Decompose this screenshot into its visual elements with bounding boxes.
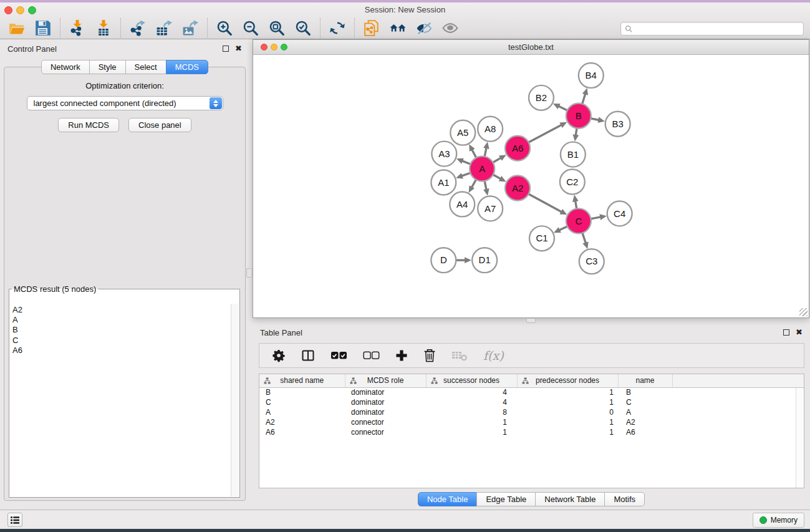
new-network-from-selection-button[interactable] — [362, 19, 382, 37]
cell-predecessor-nodes[interactable]: 1 — [517, 387, 618, 397]
cell-shared-name[interactable]: B — [259, 387, 345, 397]
result-item[interactable]: C — [12, 336, 239, 346]
function-builder-button[interactable]: f(x) — [483, 349, 504, 362]
column-view-button[interactable] — [301, 349, 315, 362]
cell-MCDS-role[interactable]: dominator — [345, 407, 426, 417]
cell-MCDS-role[interactable]: dominator — [345, 397, 426, 407]
table-row[interactable]: Cdominator41C — [259, 397, 804, 407]
column-header-name[interactable]: name — [618, 374, 672, 387]
cell-successor-nodes[interactable]: 8 — [426, 407, 517, 417]
table-scrollbar[interactable] — [796, 388, 804, 488]
show-panels-button[interactable] — [7, 513, 22, 527]
edge-A-A6[interactable] — [493, 158, 501, 162]
zoom-selected-button[interactable] — [293, 19, 313, 37]
result-item[interactable]: B — [12, 325, 239, 335]
import-table-button[interactable] — [94, 19, 113, 37]
delete-table-button[interactable] — [451, 350, 468, 361]
edge-A-A4[interactable] — [471, 180, 476, 187]
result-item[interactable]: A2 — [12, 305, 239, 315]
result-item[interactable]: A — [12, 315, 239, 325]
zoom-fit-button[interactable] — [267, 19, 287, 37]
table-row[interactable]: Adominator80A — [259, 407, 804, 417]
open-session-button[interactable] — [7, 19, 27, 37]
save-session-button[interactable] — [33, 19, 53, 37]
column-header-successor-nodes[interactable]: successor nodes — [426, 374, 517, 387]
close-panel-button[interactable]: Close panel — [128, 118, 191, 132]
cell-predecessor-nodes[interactable]: 1 — [517, 427, 618, 437]
tab-network-table[interactable]: Network Table — [535, 492, 605, 506]
network-graph[interactable]: AA1A3A5A8A6A2A4A7BB2B4B3B1C2CC4C1C3DD1 — [253, 56, 809, 317]
horizontal-splitter-grip[interactable] — [526, 318, 536, 323]
edge-C-C3[interactable] — [582, 233, 586, 243]
cell-name[interactable]: B — [618, 387, 672, 397]
memory-button[interactable]: Memory — [753, 513, 804, 528]
edge-A2-C[interactable] — [529, 194, 562, 212]
zoom-out-button[interactable] — [241, 19, 261, 37]
cell-shared-name[interactable]: A6 — [259, 427, 345, 437]
edge-B-B4[interactable] — [582, 94, 586, 104]
tab-style[interactable]: Style — [89, 60, 126, 74]
cell-predecessor-nodes[interactable]: 1 — [517, 397, 618, 407]
optimization-criterion-dropdown[interactable]: largest connected component (directed) — [27, 96, 223, 110]
cell-predecessor-nodes[interactable]: 0 — [517, 407, 618, 417]
edge-B-B1[interactable] — [576, 128, 577, 136]
float-panel-icon[interactable] — [223, 46, 229, 52]
cell-name[interactable]: C — [618, 397, 672, 407]
edge-B-B3[interactable] — [591, 118, 599, 120]
search-input[interactable] — [635, 24, 801, 33]
tab-select[interactable]: Select — [125, 60, 166, 74]
export-network-button[interactable] — [128, 19, 148, 37]
edge-A6-B[interactable] — [529, 125, 562, 142]
cell-shared-name[interactable]: A — [259, 407, 345, 417]
edge-A-A2[interactable] — [493, 175, 501, 179]
edge-B-B2[interactable] — [559, 106, 567, 110]
edge-A-A5[interactable] — [472, 150, 476, 158]
cell-shared-name[interactable]: A2 — [259, 417, 345, 427]
search-field[interactable] — [620, 22, 804, 36]
cell-name[interactable]: A2 — [618, 417, 672, 427]
deselect-all-button[interactable] — [363, 351, 380, 360]
cell-successor-nodes[interactable]: 1 — [426, 427, 517, 437]
table-row[interactable]: Bdominator41B — [259, 387, 804, 397]
vertical-splitter-grip[interactable] — [246, 268, 252, 278]
table-row[interactable]: A2connector11A2 — [259, 417, 804, 427]
zoom-in-button[interactable] — [215, 19, 234, 37]
run-mcds-button[interactable]: Run MCDS — [58, 118, 119, 132]
network-window-titlebar[interactable]: testGlobe.txt — [253, 40, 809, 55]
add-column-button[interactable] — [395, 349, 408, 362]
tab-mcds[interactable]: MCDS — [166, 60, 208, 74]
column-header-MCDS-role[interactable]: MCDS role — [345, 374, 426, 387]
edge-C-C4[interactable] — [591, 217, 600, 219]
delete-column-button[interactable] — [423, 349, 436, 362]
cell-name[interactable]: A — [618, 407, 672, 417]
result-item[interactable]: A6 — [12, 346, 239, 355]
result-list-scrollbar[interactable] — [231, 304, 239, 496]
tab-node-table[interactable]: Node Table — [418, 492, 478, 506]
column-header-shared-name[interactable]: shared name — [259, 374, 345, 387]
column-header-predecessor-nodes[interactable]: predecessor nodes — [517, 374, 618, 387]
cell-shared-name[interactable]: C — [259, 397, 345, 407]
table-row[interactable]: A6connector11A6 — [259, 427, 804, 437]
edge-A-A8[interactable] — [485, 148, 486, 157]
cell-name[interactable]: A6 — [618, 427, 672, 437]
cell-MCDS-role[interactable]: connector — [345, 427, 426, 437]
network-canvas[interactable]: AA1A3A5A8A6A2A4A7BB2B4B3B1C2CC4C1C3DD1 — [253, 56, 809, 317]
tab-motifs[interactable]: Motifs — [604, 492, 645, 506]
show-graphics-button[interactable] — [440, 19, 460, 37]
edge-A-A3[interactable] — [462, 161, 471, 164]
cell-MCDS-role[interactable]: connector — [345, 417, 426, 427]
import-network-button[interactable] — [67, 19, 87, 37]
cell-successor-nodes[interactable]: 1 — [426, 417, 517, 427]
cell-predecessor-nodes[interactable]: 1 — [517, 417, 618, 427]
edge-C-C1[interactable] — [559, 226, 567, 230]
float-table-panel-icon[interactable] — [783, 329, 789, 336]
select-all-button[interactable] — [330, 351, 347, 360]
hide-graphics-button[interactable] — [414, 19, 434, 37]
export-image-button[interactable] — [180, 19, 200, 37]
window-resize-grip[interactable] — [799, 308, 808, 316]
attribute-settings-button[interactable] — [272, 349, 286, 362]
close-panel-icon[interactable]: ✖ — [235, 44, 242, 54]
edge-A-A1[interactable] — [461, 173, 470, 176]
edge-C-C2[interactable] — [576, 201, 577, 209]
edge-A-A7[interactable] — [485, 181, 486, 190]
